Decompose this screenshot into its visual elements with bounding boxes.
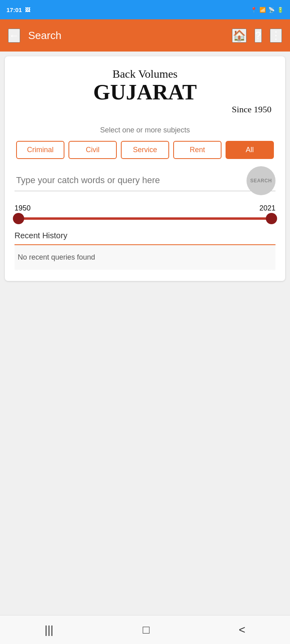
- no-history-message: No recent queries found: [14, 245, 276, 270]
- status-bar: 17:01 🖼 📍 📶 📡 🔋: [0, 0, 290, 19]
- subject-label: Select one or more subjects: [14, 126, 276, 134]
- help-button[interactable]: ?: [255, 29, 262, 43]
- nav-recent-button[interactable]: |||: [33, 619, 65, 641]
- subject-btn-service[interactable]: Service: [121, 141, 169, 159]
- more-button[interactable]: ⋮: [270, 29, 282, 43]
- wifi-icon: 📶: [259, 7, 266, 13]
- search-input[interactable]: [14, 170, 276, 191]
- app-bar: ← Search 🏠 ? ⋮: [0, 19, 290, 52]
- subject-btn-criminal[interactable]: Criminal: [16, 141, 64, 159]
- subject-buttons: Criminal Civil Service Rent All: [14, 141, 276, 159]
- year-labels: 1950 2021: [14, 204, 276, 213]
- subject-btn-all[interactable]: All: [226, 141, 274, 159]
- logo-gujarat: GUJARAT: [14, 80, 276, 104]
- time-display: 17:01: [6, 6, 22, 13]
- year-range: 1950 2021: [14, 204, 276, 220]
- subject-btn-civil[interactable]: Civil: [68, 141, 117, 159]
- logo-area: Back Volumes GUJARAT Since 1950: [14, 68, 276, 115]
- logo-since: Since 1950: [14, 104, 276, 115]
- nav-home-button[interactable]: □: [131, 619, 161, 641]
- year-start: 1950: [14, 204, 31, 213]
- slider-track[interactable]: [19, 217, 271, 220]
- recent-history-header: Recent History: [14, 231, 276, 245]
- home-button[interactable]: 🏠: [232, 29, 246, 43]
- main-content: Back Volumes GUJARAT Since 1950 Select o…: [0, 52, 290, 615]
- nav-back-button[interactable]: <: [228, 619, 257, 641]
- back-button[interactable]: ←: [8, 29, 20, 43]
- status-bar-right: 📍 📶 📡 🔋: [251, 7, 284, 13]
- status-bar-left: 17:01 🖼: [6, 6, 30, 13]
- search-button[interactable]: SEARCH: [246, 166, 276, 195]
- search-area: SEARCH: [14, 170, 276, 191]
- image-icon: 🖼: [25, 7, 30, 13]
- page-title: Search: [28, 29, 224, 42]
- search-card: Back Volumes GUJARAT Since 1950 Select o…: [5, 56, 285, 281]
- slider-thumb-left[interactable]: [13, 213, 24, 224]
- battery-icon: 🔋: [277, 7, 284, 13]
- slider-thumb-right[interactable]: [266, 213, 277, 224]
- location-icon: 📍: [251, 7, 257, 13]
- logo-back-volumes: Back Volumes: [14, 68, 276, 80]
- year-end: 2021: [259, 204, 276, 213]
- signal-icon: 📡: [268, 7, 275, 13]
- bottom-nav: ||| □ <: [0, 615, 290, 644]
- subject-btn-rent[interactable]: Rent: [173, 141, 222, 159]
